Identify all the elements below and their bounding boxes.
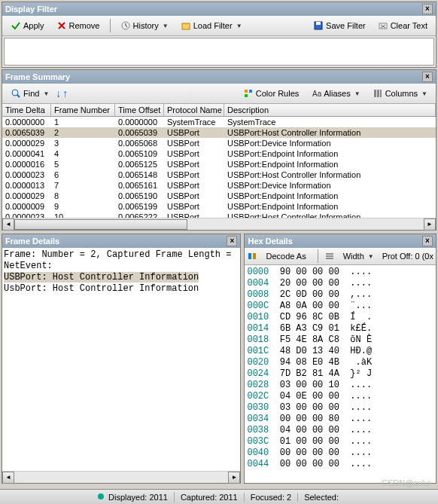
- hex-row[interactable]: 0000 90 00 00 00 ....: [247, 267, 433, 278]
- table-row[interactable]: 0.000004140.0065109USBPortUSBPort:Endpoi…: [2, 148, 436, 159]
- find-button[interactable]: Find▼: [5, 86, 54, 101]
- hex-row[interactable]: 0028 03 00 00 10 ....: [247, 380, 433, 391]
- display-filter-title-text: Display Filter: [5, 5, 57, 14]
- svg-rect-12: [380, 90, 382, 97]
- width-label: Width: [343, 252, 364, 261]
- status-captured-text: Captured: 2011: [181, 493, 238, 502]
- hex-body[interactable]: 0000 90 00 00 00 ....0004 20 00 00 00 ..…: [245, 265, 436, 483]
- svg-rect-3: [316, 22, 321, 25]
- close-icon[interactable]: ×: [422, 4, 433, 14]
- scroll-left-icon[interactable]: ◄: [2, 218, 14, 231]
- aliases-button[interactable]: AaAliases▼: [306, 86, 365, 101]
- load-filter-icon: [181, 20, 191, 31]
- fd-line-frame: Frame: Number = 2, Captured Frame Length…: [4, 249, 231, 260]
- hex-toolbar: Decode As Width▼ Prot Off: 0 (0x: [245, 248, 436, 265]
- frame-summary-grid[interactable]: 0.000000010.0000000SystemTraceSystemTrac…: [2, 117, 436, 218]
- find-label: Find: [23, 89, 39, 98]
- scroll-right-icon[interactable]: ►: [228, 472, 240, 484]
- hex-row[interactable]: 0044 00 00 00 00 ....: [247, 459, 433, 470]
- frame-details-title-text: Frame Details: [5, 237, 59, 246]
- chevron-down-icon: ▼: [236, 23, 242, 29]
- width-button[interactable]: Width▼: [338, 249, 379, 263]
- fd-line-netevent: NetEvent:: [4, 261, 53, 271]
- columns-button[interactable]: Columns▼: [367, 86, 433, 101]
- hex-row[interactable]: 0024 7D B2 81 4A }² J: [247, 368, 433, 380]
- arrow-up-icon[interactable]: ↑: [62, 87, 68, 99]
- table-row[interactable]: 0.000002980.0065190USBPortUSBPort:Endpoi…: [2, 191, 436, 201]
- hex-row[interactable]: 0038 04 00 00 00 ....: [247, 425, 433, 436]
- horizontal-scrollbar[interactable]: ◄ ►: [2, 471, 240, 483]
- col-description[interactable]: Description: [224, 104, 436, 116]
- frame-summary-toolbar: Find▼ ↓ ↑ Color Rules AaAliases▼ Columns…: [2, 84, 436, 104]
- color-rules-label: Color Rules: [256, 89, 299, 98]
- history-button[interactable]: History▼: [115, 18, 174, 33]
- svg-point-15: [98, 493, 104, 499]
- status-displayed: Displayed: 2011: [90, 492, 175, 502]
- hex-row[interactable]: 0040 00 00 00 00 ....: [247, 447, 433, 459]
- table-row[interactable]: 0.000000990.0065199USBPortUSBPort:Endpoi…: [2, 201, 436, 212]
- scroll-right-icon[interactable]: ►: [424, 218, 436, 231]
- clear-text-button[interactable]: Clear Text: [373, 18, 433, 33]
- svg-rect-11: [377, 90, 379, 97]
- decode-icon: [247, 251, 257, 261]
- apply-label: Apply: [23, 21, 44, 30]
- aliases-label: Aliases: [324, 89, 350, 98]
- table-row[interactable]: 0.000000010.0000000SystemTraceSystemTrac…: [2, 117, 436, 127]
- status-focused-text: Focused: 2: [251, 493, 291, 502]
- hex-row[interactable]: 003C 01 00 00 00 ....: [247, 436, 433, 447]
- hex-row[interactable]: 0018 F5 4E 8A C8 õN È: [247, 334, 433, 346]
- frame-summary-panel: Frame Summary × Find▼ ↓ ↑ Color Rules Aa…: [2, 69, 436, 231]
- remove-button[interactable]: Remove: [51, 18, 105, 33]
- filter-input[interactable]: [4, 38, 434, 66]
- save-icon: [313, 20, 324, 31]
- hex-row[interactable]: 0030 03 00 00 00 ....: [247, 402, 433, 414]
- decode-as-button[interactable]: Decode As: [260, 249, 311, 263]
- hex-row[interactable]: 0020 94 08 E0 4B .àK: [247, 357, 433, 368]
- table-row[interactable]: 0.006503920.0065039USBPortUSBPort:Host C…: [2, 127, 436, 138]
- table-row[interactable]: 0.000001370.0065161USBPortUSBPort:Device…: [2, 180, 436, 191]
- col-frame-number[interactable]: Frame Number: [51, 104, 115, 116]
- close-icon[interactable]: ×: [422, 236, 433, 246]
- col-time-delta[interactable]: Time Delta: [2, 104, 51, 116]
- separator: [110, 19, 111, 32]
- col-time-offset[interactable]: Time Offset: [115, 104, 164, 116]
- hex-row[interactable]: 0004 20 00 00 00 ....: [247, 278, 433, 289]
- hex-row[interactable]: 0008 2C 0D 00 00 ,...: [247, 289, 433, 301]
- status-displayed-text: Displayed: 2011: [108, 493, 168, 502]
- fd-line-usbport-hl[interactable]: USBPort: Host Controller Information: [4, 272, 199, 283]
- table-row[interactable]: 0.000002930.0065068USBPortUSBPort:Device…: [2, 138, 436, 148]
- remove-icon: [56, 20, 67, 31]
- history-icon: [120, 20, 131, 31]
- chevron-down-icon: ▼: [163, 23, 169, 29]
- hex-row[interactable]: 001C 48 D0 13 40 HÐ.@: [247, 346, 433, 357]
- horizontal-scrollbar[interactable]: ◄ ►: [2, 218, 436, 230]
- arrow-down-icon[interactable]: ↓: [56, 87, 61, 99]
- decode-as-label: Decode As: [266, 252, 306, 261]
- table-row[interactable]: 0.000001650.0065125USBPortUSBPort:Endpoi…: [2, 159, 436, 170]
- save-filter-button[interactable]: Save Filter: [308, 18, 371, 33]
- hex-row[interactable]: 000C A8 0A 00 00 ¨...: [247, 301, 433, 312]
- status-selected: Selected:: [298, 493, 345, 502]
- grid-header: Time Delta Frame Number Time Offset Prot…: [2, 104, 436, 117]
- chevron-down-icon: ▼: [368, 253, 374, 260]
- hex-row[interactable]: 002C 04 0E 00 00 ....: [247, 391, 433, 402]
- svg-point-5: [12, 90, 18, 96]
- col-protocol-name[interactable]: Protocol Name: [164, 104, 224, 116]
- table-row[interactable]: 0.000002360.0065148USBPortUSBPort:Host C…: [2, 170, 436, 180]
- color-rules-button[interactable]: Color Rules: [238, 86, 304, 101]
- columns-icon: [373, 88, 383, 99]
- apply-button[interactable]: Apply: [5, 18, 50, 33]
- aliases-icon: Aa: [311, 88, 321, 99]
- hex-row[interactable]: 0014 6B A3 C9 01 k£É.: [247, 323, 433, 334]
- svg-rect-1: [182, 23, 190, 29]
- table-row[interactable]: 0.0000023100.0065222USBPortUSBPort:Host …: [2, 212, 436, 218]
- scroll-left-icon[interactable]: ◄: [2, 472, 14, 484]
- close-icon[interactable]: ×: [422, 72, 433, 82]
- hex-row[interactable]: 0010 CD 96 8C 0B Í .: [247, 312, 433, 323]
- frame-details-body[interactable]: Frame: Number = 2, Captured Frame Length…: [2, 248, 240, 471]
- history-label: History: [133, 21, 159, 30]
- close-icon[interactable]: ×: [227, 236, 237, 246]
- hex-row[interactable]: 0034 00 00 00 80 ....: [247, 414, 433, 425]
- load-filter-button[interactable]: Load Filter▼: [175, 18, 248, 33]
- scroll-thumb[interactable]: [14, 219, 187, 230]
